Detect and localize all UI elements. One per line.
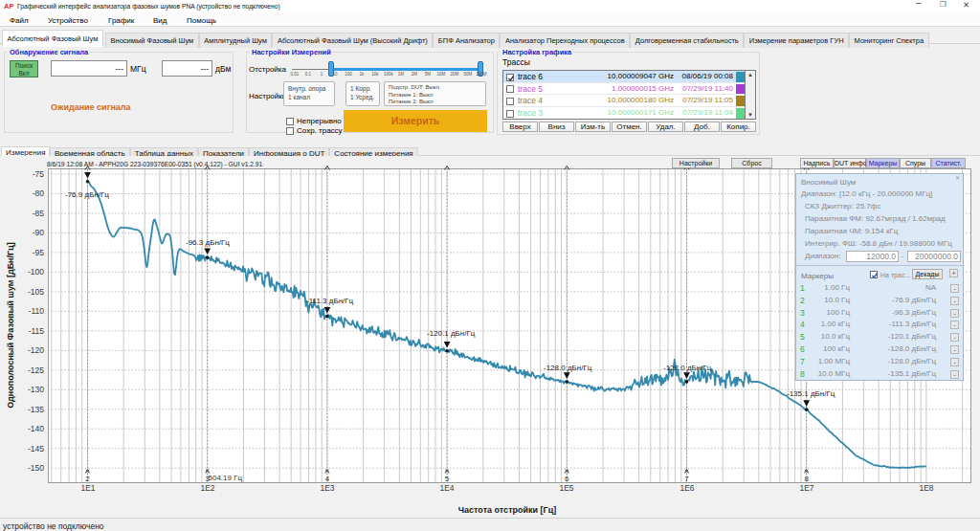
svg-text:-130: -130 [28, 385, 44, 394]
svg-text:-115: -115 [29, 326, 45, 336]
svg-text:1E1: 1E1 [80, 483, 95, 493]
svg-text:-105: -105 [28, 287, 44, 297]
svg-text:-150: -150 [28, 463, 44, 473]
svg-text:Однополосный Фазовый шум [дБн/: Однополосный Фазовый шум [дБн/Гц] [6, 242, 15, 408]
svg-text:-76.9 дБн/Гц: -76.9 дБн/Гц [65, 190, 109, 199]
svg-text:Частота отстройки [Гц]: Частота отстройки [Гц] [458, 505, 556, 515]
svg-text:-100: -100 [28, 267, 44, 277]
svg-text:-111.3 дБн/Гц: -111.3 дБн/Гц [306, 297, 354, 305]
svg-text:-128.0 дБн/Гц: -128.0 дБн/Гц [663, 364, 712, 372]
svg-text:-140: -140 [28, 424, 44, 433]
svg-text:1E5: 1E5 [559, 483, 573, 493]
svg-text:-135: -135 [28, 405, 44, 414]
svg-text:-80: -80 [33, 188, 45, 198]
svg-text:-120.1 дБн/Гц: -120.1 дБн/Гц [427, 329, 476, 338]
svg-text:-110: -110 [29, 306, 45, 316]
svg-text:1E3: 1E3 [320, 483, 334, 493]
svg-text:1E8: 1E8 [919, 483, 933, 493]
svg-text:1E4: 1E4 [439, 483, 454, 493]
svg-text:-120: -120 [28, 345, 44, 355]
svg-text:-75: -75 [33, 169, 45, 179]
svg-text:-145: -145 [28, 444, 44, 454]
svg-text:1E2: 1E2 [200, 483, 214, 493]
svg-text:-96.3 дБн/Гц: -96.3 дБн/Гц [186, 238, 230, 247]
svg-text:5: 5 [445, 475, 450, 483]
svg-text:-85: -85 [33, 209, 45, 218]
svg-text:8: 8 [804, 475, 809, 483]
svg-text:1E7: 1E7 [799, 483, 813, 493]
svg-text:7: 7 [684, 475, 689, 483]
svg-text:8/6/19 12:08 AM - APPH20G 223-: 8/6/19 12:08 AM - APPH20G 223-039376E00-… [47, 161, 263, 168]
svg-text:-125: -125 [28, 365, 44, 375]
svg-text:-135.1 дБн/Гц: -135.1 дБн/Гц [787, 389, 835, 398]
svg-text:1E6: 1E6 [679, 483, 694, 493]
svg-text:-128.0 дБн/Гц: -128.0 дБн/Гц [544, 364, 592, 372]
svg-text:6: 6 [565, 475, 569, 483]
svg-text:504.19 Гц: 504.19 Гц [209, 474, 243, 482]
svg-text:-95: -95 [33, 248, 45, 257]
svg-text:4: 4 [325, 475, 330, 483]
svg-text:-90: -90 [33, 228, 45, 237]
svg-text:2: 2 [85, 475, 90, 483]
